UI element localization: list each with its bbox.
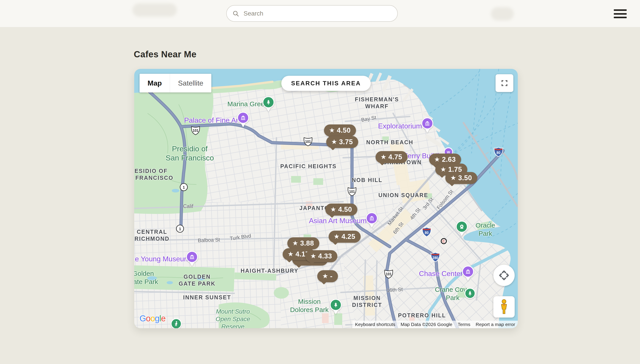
rating-marker[interactable]: ★3.88 xyxy=(287,237,319,249)
redacted-logo xyxy=(132,3,177,17)
rating-marker[interactable]: ★4.50 xyxy=(324,124,356,136)
star-icon: ★ xyxy=(311,253,316,260)
google-logo-letter: g xyxy=(155,314,159,323)
star-icon: ★ xyxy=(323,273,328,280)
keyboard-shortcuts-link[interactable]: Keyboard shortcuts xyxy=(352,321,398,328)
google-logo-letter: o xyxy=(146,314,150,323)
map-markers-layer: ★4.50★3.75★4.75★2.63★1.75★3.50★4.50★4.25… xyxy=(134,69,518,328)
rating-marker[interactable]: ★3.75 xyxy=(326,136,358,148)
star-icon: ★ xyxy=(381,154,386,160)
map-container[interactable]: FISHERMAN'S WHARFNORTH BEACHPACIFIC HEIG… xyxy=(134,69,518,328)
rating-marker[interactable]: ★- xyxy=(317,270,338,282)
rating-marker[interactable]: ★4.33 xyxy=(305,250,337,262)
search-this-area-button[interactable]: SEARCH THIS AREA xyxy=(281,76,371,91)
search-box[interactable] xyxy=(226,5,398,22)
report-map-error-link[interactable]: Report a map error xyxy=(473,321,518,328)
pegman-button[interactable] xyxy=(493,296,515,318)
rating-value: 3.50 xyxy=(458,174,472,182)
star-icon: ★ xyxy=(441,166,446,173)
rating-marker[interactable]: ★4.50 xyxy=(325,204,357,216)
rating-marker[interactable]: ★3.50 xyxy=(445,172,477,184)
rating-value: 4.50 xyxy=(338,206,352,214)
redacted-control xyxy=(491,7,514,20)
page-title: Cafes Near Me xyxy=(134,49,196,59)
star-icon: ★ xyxy=(434,156,440,163)
map-type-satellite-button[interactable]: Satellite xyxy=(170,74,211,92)
star-icon: ★ xyxy=(331,206,336,213)
search-input[interactable] xyxy=(244,10,392,17)
rating-value: 4.25 xyxy=(342,233,355,241)
top-bar xyxy=(0,0,640,27)
rating-value: 4.75 xyxy=(388,153,402,161)
rating-marker[interactable]: ★4.25 xyxy=(329,231,361,243)
fullscreen-button[interactable] xyxy=(496,74,513,92)
pan-arrows-icon xyxy=(498,269,510,282)
star-icon: ★ xyxy=(334,233,339,240)
map-type-map-button[interactable]: Map xyxy=(140,74,170,92)
rating-value: 3.88 xyxy=(300,239,314,247)
rating-value: 4.50 xyxy=(337,126,351,134)
star-icon: ★ xyxy=(332,138,337,145)
rating-value: 3.75 xyxy=(339,138,353,146)
star-icon: ★ xyxy=(293,240,298,247)
rating-value: 2.63 xyxy=(442,156,456,164)
google-logo-letter: o xyxy=(150,314,155,323)
google-logo-letter: e xyxy=(161,314,165,323)
map-data-text: Map Data ©2026 Google xyxy=(398,321,455,328)
pan-control[interactable] xyxy=(493,265,515,286)
rating-value: - xyxy=(330,272,332,280)
star-icon: ★ xyxy=(329,127,335,134)
fullscreen-icon xyxy=(500,79,509,88)
terms-link[interactable]: Terms xyxy=(455,321,473,328)
map-attribution: Keyboard shortcuts Map Data ©2026 Google… xyxy=(352,321,518,328)
map-type-control: Map Satellite xyxy=(140,74,211,92)
rating-marker[interactable]: ★4.75 xyxy=(376,151,408,163)
pegman-icon xyxy=(499,299,509,315)
star-icon: ★ xyxy=(451,174,456,181)
star-icon: ★ xyxy=(288,251,293,258)
menu-icon[interactable] xyxy=(614,9,628,18)
rating-value: 4.33 xyxy=(318,252,332,260)
google-logo[interactable]: Google xyxy=(140,314,166,323)
google-logo-letter: G xyxy=(140,314,146,323)
search-icon xyxy=(232,10,239,17)
